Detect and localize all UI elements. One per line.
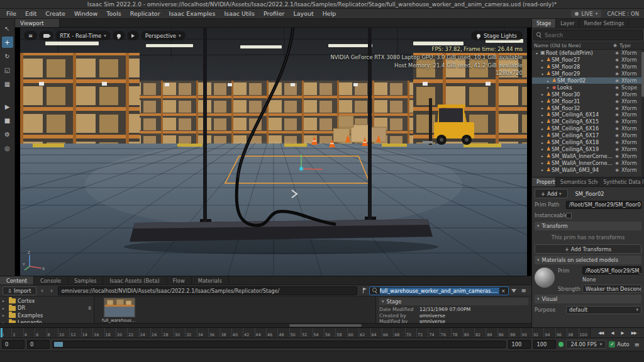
viewport-tab[interactable]: Viewport [15,19,60,27]
menu-item[interactable]: Edit [21,10,41,17]
file-card[interactable]: full_warehouse_... [102,298,137,323]
snap-tool[interactable]: ▦ [2,78,13,89]
materials-section-header[interactable]: ▾ Materials on selected models [535,256,641,264]
back-button[interactable]: ‹ [39,287,46,294]
visibility-eye-icon[interactable]: ◉ [613,161,621,166]
filter-icon[interactable] [511,289,516,293]
stage-panel-tab[interactable]: Layer [556,19,579,28]
visibility-eye-icon[interactable]: ◉ [613,140,621,145]
visual-section-header[interactable]: ▾ Visual [535,295,641,303]
stage-tree-row[interactable]: ▸ SM_CeilingA_6X17 ◉ Xform [532,132,644,139]
visibility-eye-icon[interactable]: ◉ [613,85,621,90]
strength-select[interactable]: Weaker than Descendants ▾ [582,285,641,293]
stage-tree-row[interactable]: ▾ SM_floor29 ◉ Xform [532,71,644,77]
skip-to-end-button[interactable]: ▶▶ [631,331,636,336]
stage-panel-tab[interactable]: Render Settings [579,19,629,28]
content-browser-tab[interactable]: Console [34,276,68,285]
expander-icon[interactable]: ▾ [534,51,540,55]
folder-row[interactable]: ▸ Cortex [0,297,94,305]
visibility-column-header[interactable]: ◉ [611,43,619,48]
skip-to-start-button[interactable]: ◀◀ [598,331,603,336]
stage-tree-row[interactable]: ▸ SM_floor28 ◉ Xform [532,64,644,71]
expander-icon[interactable]: ▾ [540,72,545,76]
play-forward-button[interactable]: ▶ [621,331,624,336]
stage-tree-row[interactable]: ▸ SM_CeilingA_6X16 ◉ Xform [532,125,644,132]
viewport-scene[interactable]: ≡ RTX - Real-Time▾ Perspective▾ Stage Li… [15,28,531,276]
prim-path-field[interactable]: /Root/SM_floor29/SM_floor02 [566,201,641,209]
start-frame-field[interactable]: 0 [2,340,25,349]
expander-icon[interactable]: ▸ [540,133,545,138]
tree-scrollbar[interactable] [641,50,644,177]
rotate-tool[interactable]: ↻ [2,50,13,62]
add-property-button[interactable]: + Add ▾ [535,189,568,198]
purpose-select[interactable]: default ▾ [566,306,641,314]
target-button[interactable]: ◎ [2,142,13,154]
menu-item[interactable]: Help [318,10,341,17]
folder-row[interactable]: ▸ Examples [0,312,94,319]
stage-lights-button[interactable]: Stage Lights [471,31,523,40]
stage-tree-row[interactable]: ▸ SM_floor27 ◉ Xform [532,57,644,64]
viewport-menu-icon[interactable]: ≡ [24,31,37,40]
content-browser-tab[interactable]: Materials [192,276,229,285]
transform-section-header[interactable]: ▾ Transform [535,222,641,230]
clear-search-icon[interactable]: × [501,288,506,294]
visibility-eye-icon[interactable]: ◉ [613,50,621,55]
stage-tree-row[interactable]: ▸ SM_CeilingA_6X18 ◉ Xform [532,139,644,146]
end-frame-field[interactable]: 100 [508,340,531,349]
expander-icon[interactable]: ▸ [3,306,7,310]
visibility-eye-icon[interactable]: ◉ [613,57,621,62]
horizontal-scrollbar[interactable] [0,323,531,327]
tree-scrollbar-thumb[interactable] [641,52,644,97]
menu-item[interactable]: Isaac Examples [165,10,220,17]
visibility-eye-icon[interactable]: ◉ [613,167,621,173]
property-panel-tab[interactable]: Property [532,178,556,186]
visibility-eye-icon[interactable]: ◉ [613,154,621,159]
expander-icon[interactable]: ▸ [540,113,545,117]
expander-icon[interactable]: ▸ [540,65,545,69]
expander-icon[interactable]: ▸ [540,140,545,145]
menu-item[interactable]: Create [41,10,70,17]
expander-icon[interactable]: ▸ [540,167,545,172]
stage-tree-row[interactable]: ▸ SM_CeilingA_6X14 ◉ Xform [532,111,644,118]
add-transforms-button[interactable]: + Add Transforms [535,244,641,254]
visibility-eye-icon[interactable]: ◉ [613,147,621,152]
expander-icon[interactable]: ▸ [545,79,551,83]
visibility-eye-icon[interactable]: ◉ [613,71,621,76]
content-browser-tab[interactable]: Content [0,276,34,285]
scrubber-handle[interactable] [54,342,63,347]
scale-tool[interactable]: ◱ [2,64,13,76]
expander-icon[interactable]: ▸ [540,127,545,131]
bookmark-flag-icon[interactable] [363,288,364,293]
instanceable-checkbox[interactable] [566,213,572,218]
timeline-ruler[interactable]: 0 2 4 6 8 10 12 14 16 18 [0,328,644,338]
visibility-eye-icon[interactable]: ◉ [613,78,621,83]
current-frame-field[interactable]: 0 [27,340,50,349]
range-end-field[interactable]: 100 [533,340,556,349]
expander-icon[interactable]: ▸ [540,147,545,151]
step-back-button[interactable]: ◀ [611,331,613,336]
expander-icon[interactable]: ▸ [540,58,545,62]
expander-icon[interactable]: ▸ [540,92,545,96]
stage-tree-row[interactable]: ▸ SM_floor32 ◉ Xform [532,105,644,111]
auto-toggle[interactable]: ✓ Auto [609,341,629,348]
expander-icon[interactable]: ▸ [540,99,545,103]
renderer-select[interactable]: RTX - Real-Time▾ [55,31,111,40]
folder-row[interactable]: ▸ DR 8 [0,305,94,312]
path-breadcrumb[interactable]: omniverse://localhost/NVIDIA/Assets/Isaa… [58,286,357,295]
stop-button[interactable]: ■ [2,115,13,126]
menu-item[interactable]: Replicator [126,10,165,17]
stage-tree-row[interactable]: ▸ SM_CeilingA_6X15 ◉ Xform [532,118,644,125]
content-browser-tab[interactable]: Flow [167,276,192,285]
tools-button[interactable]: ⚙ [2,128,13,140]
column-type-header[interactable]: Type [619,43,642,48]
stage-tree-row[interactable]: ▸ SM_floor02 ◉ Xform [532,77,644,84]
lighting-icon[interactable] [113,31,125,40]
stage-tree-row[interactable]: ▾ Root (defaultPrim) ◉ Xform [532,50,644,57]
stage-tree-row[interactable]: ▸ SM_CeilingA_6X19 ◉ Xform [532,145,644,152]
expander-icon[interactable]: ▸ [540,154,545,158]
property-panel-tab[interactable]: Synthetic Data Rec... [599,178,644,186]
fps-select[interactable]: 24.00 FPS ▾ [566,340,606,349]
stage-tree-row[interactable]: ▸ SM_floor30 ◉ Xform [532,91,644,98]
expander-icon[interactable]: ▸ [545,85,551,89]
menu-item[interactable]: Window [70,10,102,17]
